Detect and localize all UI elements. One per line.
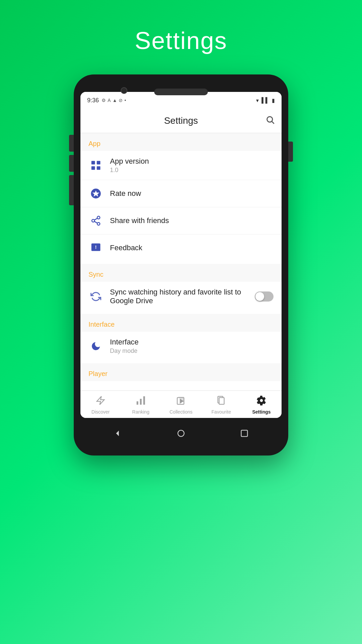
section-interface-header: Interface [80, 314, 282, 332]
power-button[interactable] [69, 175, 74, 205]
section-player: Player [80, 363, 282, 388]
signal-icon: ▌▌ [261, 97, 269, 103]
time-display: 9:36 [87, 97, 99, 104]
nodisturb-status-icon: ⊘ [119, 98, 123, 103]
search-button[interactable] [265, 115, 275, 127]
phone-shell: 9:36 ⚙ A ▲ ⊘ • ▾ ▌▌ ▮ Settings [74, 74, 288, 455]
collections-icon [176, 395, 186, 408]
nav-discover[interactable]: Discover [80, 391, 121, 418]
shield-status-icon: ▲ [112, 98, 117, 103]
svg-rect-16 [137, 401, 138, 405]
nav-ranking[interactable]: Ranking [121, 391, 161, 418]
ranking-icon [136, 395, 146, 408]
settings-icon [256, 395, 266, 408]
setting-share-title: Share with friends [110, 216, 274, 225]
svg-point-0 [267, 116, 273, 122]
setting-rate-now-title: Rate now [110, 189, 274, 198]
svg-rect-23 [219, 397, 224, 404]
section-sync: Sync Sync watching history and favorite … [80, 264, 282, 311]
svg-rect-26 [241, 430, 248, 437]
wifi-icon: ▾ [256, 97, 259, 104]
app-bar-title: Settings [164, 115, 198, 126]
setting-interface-title: Interface [110, 338, 274, 346]
favourite-icon [216, 395, 226, 408]
svg-line-1 [272, 121, 274, 123]
nav-collections-label: Collections [170, 409, 192, 415]
setting-interface-mode[interactable]: Interface Day mode [80, 332, 282, 361]
sync-icon [88, 289, 103, 304]
svg-line-12 [94, 218, 97, 220]
volume-up-button[interactable] [69, 135, 74, 152]
app-bar: Settings [80, 109, 282, 133]
svg-rect-18 [143, 396, 145, 405]
grid-icon [88, 158, 103, 173]
section-player-header: Player [80, 363, 282, 381]
moon-icon [88, 339, 103, 354]
setting-feedback-title: Feedback [110, 244, 274, 252]
sync-toggle-knob [255, 292, 264, 301]
back-button[interactable] [108, 423, 128, 443]
phone-top [80, 81, 282, 92]
section-interface: Interface Interface Day mode [80, 314, 282, 361]
svg-rect-17 [140, 399, 142, 405]
svg-point-8 [97, 216, 100, 219]
setting-share-friends[interactable]: Share with friends [80, 207, 282, 234]
svg-rect-3 [97, 161, 101, 165]
nav-settings[interactable]: Settings [241, 391, 282, 418]
bottom-nav: Discover Ranking [80, 390, 282, 418]
share-icon [88, 213, 103, 228]
svg-marker-15 [97, 396, 105, 405]
nav-ranking-label: Ranking [132, 409, 149, 415]
section-app: App App version 1.0 [80, 133, 282, 261]
svg-rect-5 [97, 166, 101, 170]
screen: 9:36 ⚙ A ▲ ⊘ • ▾ ▌▌ ▮ Settings [80, 92, 282, 418]
battery-icon: ▮ [272, 97, 275, 104]
volume-down-button[interactable] [69, 155, 74, 172]
nav-collections[interactable]: Collections [161, 391, 201, 418]
setting-sync-text: Sync watching history and favorite list … [110, 288, 255, 305]
sync-toggle[interactable] [255, 291, 274, 302]
side-button[interactable] [288, 142, 293, 162]
gear-status-icon: ⚙ [102, 98, 106, 103]
setting-sync-title: Sync watching history and favorite list … [110, 288, 255, 305]
setting-interface-subtitle: Day mode [110, 347, 274, 355]
star-icon [88, 186, 103, 201]
svg-rect-4 [92, 166, 95, 170]
nav-favourite-label: Favourite [212, 409, 231, 415]
page-title: Settings [135, 27, 227, 54]
setting-feedback[interactable]: ! Feedback [80, 234, 282, 261]
nav-discover-label: Discover [92, 409, 110, 415]
setting-share-text: Share with friends [110, 216, 274, 225]
svg-line-11 [94, 221, 97, 223]
svg-point-9 [92, 219, 95, 222]
setting-rate-now-text: Rate now [110, 189, 274, 198]
a-status-icon: A [108, 98, 111, 103]
nav-settings-label: Settings [252, 409, 270, 415]
setting-feedback-text: Feedback [110, 244, 274, 252]
phone-bottom-nav [80, 418, 282, 449]
nav-favourite[interactable]: Favourite [201, 391, 241, 418]
svg-marker-24 [116, 431, 119, 436]
setting-interface-text: Interface Day mode [110, 338, 274, 355]
recents-button[interactable] [234, 423, 254, 443]
discover-icon [96, 395, 106, 408]
setting-app-version-title: App version [110, 157, 274, 166]
settings-content: App App version 1.0 [80, 133, 282, 390]
status-right-icons: ▾ ▌▌ ▮ [256, 97, 275, 104]
phone-speaker [154, 89, 208, 95]
setting-app-version[interactable]: App version 1.0 [80, 151, 282, 180]
svg-point-10 [97, 222, 100, 225]
setting-app-version-text: App version 1.0 [110, 157, 274, 174]
phone-camera [121, 87, 127, 94]
svg-rect-2 [92, 161, 95, 165]
section-sync-header: Sync [80, 264, 282, 282]
section-app-header: App [80, 133, 282, 151]
status-icons: ⚙ A ▲ ⊘ • [102, 98, 126, 103]
setting-app-version-subtitle: 1.0 [110, 167, 274, 174]
setting-sync-drive[interactable]: Sync watching history and favorite list … [80, 282, 282, 311]
home-button[interactable] [171, 423, 191, 443]
feedback-icon: ! [88, 240, 103, 255]
svg-text:!: ! [95, 245, 97, 250]
setting-rate-now[interactable]: Rate now [80, 180, 282, 207]
dot-status-icon: • [124, 98, 126, 103]
